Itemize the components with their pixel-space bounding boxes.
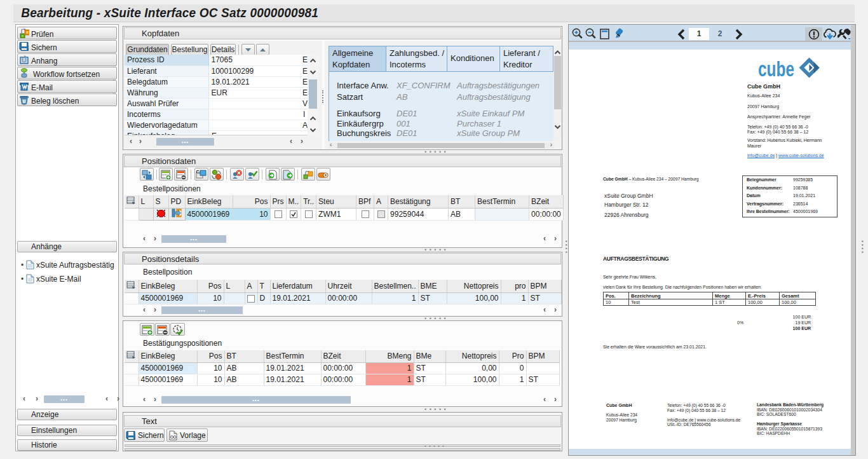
svg-text:cube: cube: [758, 57, 794, 79]
